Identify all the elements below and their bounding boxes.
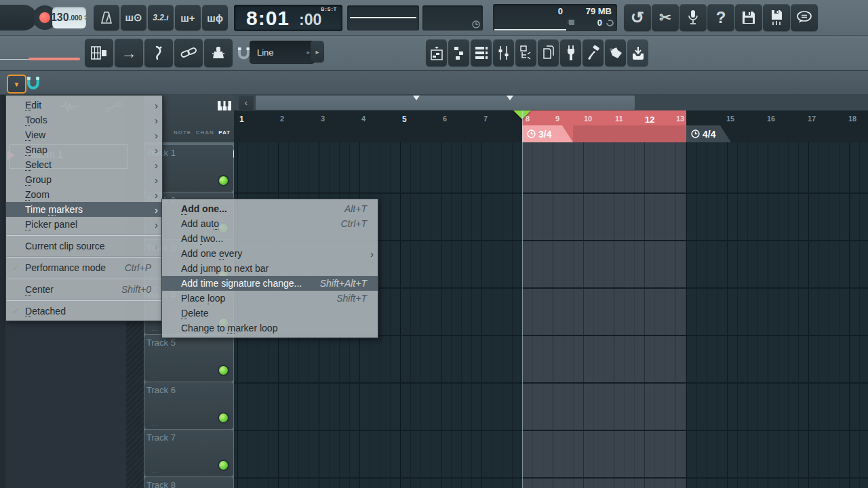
- menu-item-group[interactable]: Group›: [6, 172, 162, 187]
- menu-item-picker-panel[interactable]: Picker panel›: [6, 217, 162, 232]
- pattern-picker-arrow-button[interactable]: ▸: [311, 41, 324, 62]
- help-button[interactable]: ?: [707, 4, 734, 31]
- menu-item-time-markers[interactable]: Time markers›: [6, 202, 162, 217]
- picker-arrow-icon: ▸: [315, 48, 319, 56]
- overdub-button[interactable]: шϕ: [202, 5, 228, 30]
- transport-toolbar: 130.000 ▲▼ ш⊙ 3.2.ı ш+ шϕ 8:01 :00 B:S:T: [0, 0, 868, 36]
- track-header[interactable]: Track 7...: [144, 430, 233, 476]
- track-header[interactable]: Track 6...: [144, 382, 233, 428]
- playlist-toggle-button[interactable]: [448, 39, 469, 66]
- track-enable-led[interactable]: [218, 365, 229, 376]
- grid-beat-line: [798, 142, 799, 488]
- submenu-arrow-icon: ›: [149, 204, 158, 216]
- menu-item-select[interactable]: Select›: [6, 157, 162, 172]
- submenu-item-add-auto[interactable]: Add autoCtrl+T: [162, 216, 378, 231]
- submenu-item-add-one[interactable]: Add one...Alt+T: [162, 201, 378, 216]
- oscilloscope-panel[interactable]: [347, 5, 419, 30]
- pattern-mode-button[interactable]: [85, 39, 113, 67]
- metronome-button[interactable]: [94, 5, 119, 30]
- submenu-item-add-one-every[interactable]: Add one every›: [162, 246, 378, 261]
- grid-beat-line: [696, 142, 697, 488]
- menu-item-label: Performance mode: [25, 262, 125, 273]
- submenu-item-add-jump-to-next-bar[interactable]: Add jump to next bar: [162, 261, 378, 276]
- tempo-spinner[interactable]: ▲▼: [83, 14, 87, 21]
- plugin-picker-button[interactable]: [560, 39, 581, 66]
- playlist-snap-magnet-icon[interactable]: [26, 75, 41, 90]
- piano-icon[interactable]: [217, 100, 232, 111]
- menu-shortcut: Alt+T: [344, 203, 367, 214]
- ruler-bar-number: 5: [402, 115, 407, 124]
- spectrum-panel[interactable]: [422, 5, 483, 30]
- song-mode-button[interactable]: →: [115, 39, 143, 67]
- knob-icon: [210, 45, 226, 61]
- mixer-toggle-button[interactable]: [493, 39, 514, 66]
- step-edit-button[interactable]: [144, 39, 173, 67]
- tools-menu-button[interactable]: [583, 39, 604, 66]
- save-button[interactable]: [735, 4, 762, 31]
- tempo-display[interactable]: 130.000 ▲▼: [52, 7, 86, 28]
- submenu-item-place-loop[interactable]: Place loopShift+T: [162, 291, 378, 306]
- picker-tab-pat[interactable]: PAT: [218, 129, 231, 136]
- submenu-item-change-to-marker-loop[interactable]: Change to marker loop: [162, 321, 378, 336]
- recording-source-button[interactable]: [679, 4, 707, 31]
- touch-controller-button[interactable]: [605, 39, 626, 66]
- ruler-bar-number: 3: [321, 115, 325, 123]
- track-header[interactable]: Track 8...: [144, 477, 233, 488]
- multilink-controllers-button[interactable]: [204, 39, 233, 67]
- track-options-dots[interactable]: ...: [151, 372, 159, 380]
- menu-check-icon: ✓: [6, 306, 25, 316]
- track-header[interactable]: Track 5...: [144, 335, 233, 381]
- grid-beat-line: [757, 142, 758, 488]
- grid-bar-line: [644, 142, 645, 488]
- loop-record-button[interactable]: ш+: [175, 5, 201, 30]
- playhead-line: [522, 110, 523, 488]
- submenu-item-add-two[interactable]: Add two...: [162, 231, 378, 246]
- menu-item-detached[interactable]: ✓Detached: [6, 304, 162, 319]
- playlist-menu-button[interactable]: ▼: [7, 75, 26, 94]
- menu-item-label: Add one every: [181, 248, 364, 259]
- countdown-button[interactable]: 3.2.ı: [148, 5, 174, 30]
- track-enable-led[interactable]: [218, 175, 229, 186]
- shuffle-slider[interactable]: [28, 58, 80, 60]
- metronome-icon: [100, 11, 113, 24]
- scroll-left-button[interactable]: ‹: [239, 96, 254, 110]
- time-bar-beat: 8:01: [246, 7, 290, 30]
- menu-item-center[interactable]: CenterShift+0: [6, 282, 162, 297]
- sync-button[interactable]: ↺: [624, 4, 651, 31]
- save-new-version-button[interactable]: [763, 4, 790, 31]
- link-button[interactable]: [174, 39, 203, 67]
- picker-tab-chan[interactable]: CHAN: [196, 129, 214, 136]
- track-options-dots[interactable]: ...: [151, 420, 159, 427]
- track-enable-led[interactable]: [218, 412, 229, 424]
- menu-item-zoom[interactable]: Zoom›: [6, 187, 162, 202]
- picker-panel-toggle-button[interactable]: [426, 39, 447, 66]
- picker-tab-note[interactable]: NOTE: [174, 129, 191, 136]
- track-name: Track 7: [146, 432, 176, 443]
- snap-magnet-icon[interactable]: [237, 46, 251, 60]
- about-button[interactable]: [791, 4, 818, 31]
- menu-item-view[interactable]: View›: [6, 127, 162, 142]
- scrollbar-thumb[interactable]: [256, 96, 635, 110]
- cpu-memory-panel[interactable]: 0 79 MB 0: [493, 4, 617, 31]
- track-options-dots[interactable]: ...: [151, 325, 159, 332]
- menu-item-tools[interactable]: Tools›: [6, 113, 162, 127]
- menu-item-current-clip-source[interactable]: Current clip source›: [6, 239, 162, 253]
- copy-pages-icon: [542, 45, 555, 60]
- menu-item-performance-mode[interactable]: ✓Performance modeCtrl+P: [6, 260, 162, 275]
- browser-toggle-button[interactable]: [515, 39, 536, 66]
- edit-tools-button[interactable]: ✂: [652, 4, 679, 31]
- cpu-icon: [568, 19, 576, 26]
- snap-selector[interactable]: Line ▸: [250, 41, 315, 64]
- time-display[interactable]: 8:01 :00 B:S:T: [234, 5, 342, 31]
- submenu-item-add-time-signature-change[interactable]: Add time signature change...Shift+Alt+T: [162, 276, 378, 291]
- menu-item-snap[interactable]: Snap›: [6, 142, 162, 157]
- channel-rack-toggle-button[interactable]: [471, 39, 492, 66]
- menu-item-edit[interactable]: Edit›: [6, 98, 162, 113]
- project-picker-button[interactable]: [538, 39, 559, 66]
- export-project-button[interactable]: [627, 39, 648, 66]
- level-meter: [494, 29, 566, 30]
- track-enable-led[interactable]: [218, 460, 229, 471]
- track-options-dots[interactable]: ...: [151, 467, 159, 474]
- submenu-item-delete[interactable]: Delete: [162, 306, 378, 321]
- wait-for-input-button[interactable]: ш⊙: [121, 5, 146, 30]
